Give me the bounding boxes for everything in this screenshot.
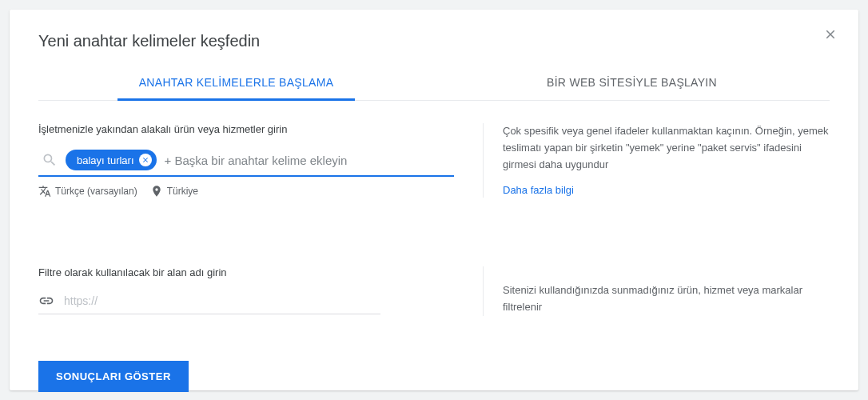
- keyword-input[interactable]: balayı turları + Başka bir anahtar kelim…: [38, 146, 454, 177]
- close-button[interactable]: [823, 27, 838, 42]
- learn-more-link[interactable]: Daha fazla bilgi: [503, 184, 574, 196]
- location-selector[interactable]: Türkiye: [150, 185, 198, 198]
- keyword-planner-modal: Yeni anahtar kelimeler keşfedin ANAHTAR …: [10, 10, 858, 390]
- keyword-chip: balayı turları: [66, 150, 157, 170]
- chip-label: balayı turları: [77, 154, 134, 166]
- keywords-label: İşletmenizle yakından alakalı ürün veya …: [38, 123, 454, 135]
- tab-keywords[interactable]: ANAHTAR KELİMELERLE BAŞLAMA: [38, 66, 434, 100]
- language-selector[interactable]: Türkçe (varsayılan): [38, 185, 137, 198]
- location-icon: [150, 185, 163, 198]
- show-results-button[interactable]: SONUÇLARI GÖSTER: [38, 361, 189, 392]
- domain-input-wrap: [38, 290, 380, 314]
- translate-icon: [38, 185, 51, 198]
- language-label: Türkçe (varsayılan): [55, 186, 137, 197]
- tab-website[interactable]: BİR WEB SİTESİYLE BAŞLAYIN: [434, 66, 830, 100]
- keywords-help-text: Çok spesifik veya genel ifadeler kullanm…: [503, 123, 830, 173]
- close-icon: [141, 156, 149, 164]
- modal-title: Yeni anahtar kelimeler keşfedin: [38, 32, 830, 50]
- keywords-section: İşletmenizle yakından alakalı ürün veya …: [38, 123, 830, 198]
- keyword-placeholder: + Başka bir anahtar kelime ekleyin: [165, 154, 348, 167]
- chip-remove-button[interactable]: [139, 154, 152, 166]
- link-icon: [38, 293, 54, 309]
- domain-filter-section: Filtre olarak kullanılacak bir alan adı …: [38, 266, 830, 316]
- domain-help-text: Sitenizi kullandığınızda sunmadığınız ür…: [503, 282, 830, 316]
- close-icon: [823, 27, 838, 42]
- targeting-row: Türkçe (varsayılan) Türkiye: [38, 185, 454, 198]
- domain-label: Filtre olarak kullanılacak bir alan adı …: [38, 266, 454, 278]
- search-icon: [42, 152, 58, 168]
- domain-input[interactable]: [64, 294, 380, 307]
- location-label: Türkiye: [167, 186, 198, 197]
- tab-bar: ANAHTAR KELİMELERLE BAŞLAMA BİR WEB SİTE…: [38, 66, 830, 101]
